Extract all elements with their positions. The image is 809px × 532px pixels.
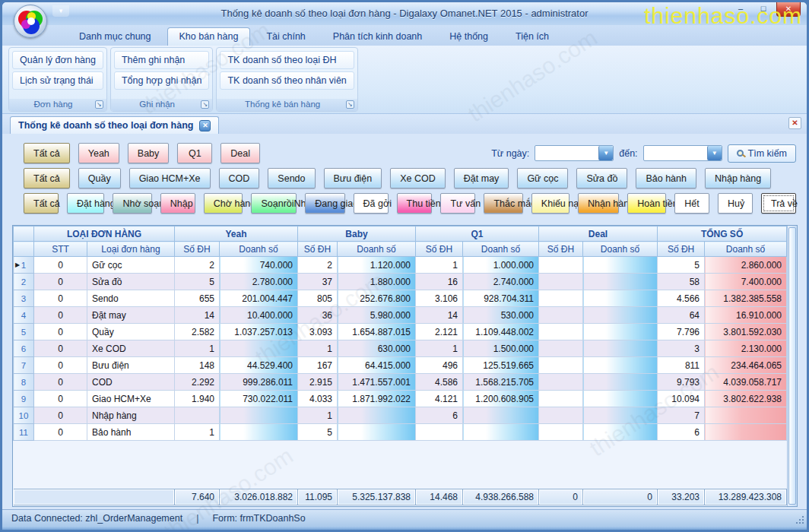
column-band-loai-don-hang[interactable]: LOẠI ĐƠN HÀNG [34,226,175,242]
cell-value[interactable] [175,407,220,424]
cell-value[interactable] [583,424,658,441]
cell-value[interactable]: 5 [298,424,338,441]
cell-stt[interactable]: 0 [34,290,87,307]
table-row[interactable]: 100Nhập hàng167 [14,407,787,424]
cell-value[interactable]: 64 [658,307,705,324]
cell-value[interactable]: 148 [175,357,220,374]
cell-value[interactable]: 36 [298,307,338,324]
cell-order-type[interactable]: Giao HCM+Xe [87,391,175,407]
to-date-combobox[interactable]: ▼ [643,145,722,161]
cell-stt[interactable]: 0 [34,274,87,290]
cell-value[interactable]: 14 [175,307,220,324]
cell-value[interactable]: 1 [175,424,220,441]
cell-value[interactable] [539,324,583,340]
filter-button-yeah[interactable]: Yeah [78,143,119,163]
to-date-input[interactable] [644,146,706,160]
cell-value[interactable] [583,290,658,307]
filter-button-sendo[interactable]: Sendo [268,168,315,188]
ribbon-tab-he-thong[interactable]: Hệ thống [438,28,500,46]
cell-value[interactable]: 1.120.000 [338,257,416,274]
cell-value[interactable]: 4.586 [416,374,463,391]
column-header-count[interactable]: Số ĐH [175,242,220,257]
cell-value[interactable] [583,257,658,274]
cell-value[interactable]: 1.500.000 [463,340,539,357]
table-row[interactable]: 90Giao HCM+Xe1.940730.022.0114.0331.871.… [14,391,787,407]
cell-value[interactable] [539,424,583,441]
dialog-launcher-icon[interactable]: ↘ [346,100,354,109]
cell-value[interactable]: 5 [175,274,220,290]
filter-button-het[interactable]: Hết [674,193,709,214]
cell-value[interactable]: 7.796 [658,324,705,340]
cell-value[interactable] [539,357,583,374]
cell-order-type[interactable]: Sendo [87,290,175,307]
ribbon-button-lich-su-trang-thai[interactable]: Lịch sử trạng thái [12,71,103,90]
chevron-down-icon[interactable]: ▼ [707,146,722,160]
cell-value[interactable]: 1 [175,340,220,357]
filter-button-tu-van[interactable]: Tư vấn [440,193,475,214]
ribbon-button-tk-doanh-so-theo-loai-dh[interactable]: TK doanh số theo loại ĐH [220,51,354,69]
filter-button-tra-ve[interactable]: Trả về [761,193,796,214]
ribbon-tab-danh-muc-chung[interactable]: Danh mục chung [68,28,163,46]
cell-value[interactable]: 496 [416,357,463,374]
cell-value[interactable] [539,307,583,324]
app-logo-icon[interactable] [14,5,47,38]
cell-value[interactable]: 811 [658,357,705,374]
cell-value[interactable]: 58 [658,274,705,290]
cell-stt[interactable]: 0 [34,357,87,374]
cell-value[interactable]: 655 [175,290,220,307]
cell-value[interactable]: 44.529.400 [220,357,298,374]
cell-value[interactable]: 4.039.058.717 [705,374,787,391]
cell-value[interactable] [220,407,298,424]
column-header-revenue[interactable]: Doanh số [220,242,298,257]
filter-button-nhan-hang[interactable]: Nhận hàng [578,193,619,214]
cell-value[interactable] [463,424,539,441]
column-header-revenue[interactable]: Doanh số [583,242,658,257]
ribbon-tab-tai-chinh[interactable]: Tài chính [255,28,316,46]
cell-value[interactable] [539,391,583,407]
row-header[interactable]: 6 [14,340,34,357]
cell-value[interactable] [539,290,583,307]
ribbon-tab-tien-ich[interactable]: Tiện ích [504,28,560,46]
cell-value[interactable] [583,407,658,424]
filter-button-deal[interactable]: Deal [220,143,260,163]
cell-value[interactable] [539,340,583,357]
column-header-revenue[interactable]: Doanh số [705,242,787,257]
cell-value[interactable]: 730.022.011 [220,391,298,407]
ribbon-button-tk-doanh-so-theo-nhan-vien[interactable]: TK doanh số theo nhân viên [220,71,354,90]
cell-value[interactable]: 928.704.311 [463,290,539,307]
filter-button-q1[interactable]: Q1 [177,143,212,163]
scrollbar-thumb[interactable] [788,227,796,505]
filter-button-dat-may[interactable]: Đặt may [454,168,509,188]
cell-value[interactable]: 1.200.608.905 [463,391,539,407]
cell-value[interactable]: 4.033 [298,391,338,407]
cell-value[interactable]: 2.292 [175,374,220,391]
cell-value[interactable]: 5.980.000 [338,307,416,324]
filter-button-da-goi[interactable]: Đã gởi [354,193,389,214]
dialog-launcher-icon[interactable]: ↘ [201,100,209,109]
cell-value[interactable] [539,257,583,274]
column-band-baby[interactable]: Baby [298,226,416,242]
filter-button-giao-hcm-xe[interactable]: Giao HCM+Xe [129,168,211,188]
quick-access-dropdown-icon[interactable]: ▾ [52,5,69,17]
cell-value[interactable]: 1.000.000 [463,257,539,274]
cell-value[interactable]: 2.582 [175,324,220,340]
row-header[interactable]: 8 [14,374,34,391]
filter-button-dang-giao[interactable]: Đang giao [305,193,344,214]
column-header-count[interactable]: Số ĐH [658,242,705,257]
filter-button-tat-ca[interactable]: Tất cả [24,193,59,214]
cell-value[interactable] [705,424,787,441]
cell-value[interactable]: 6 [416,407,463,424]
cell-value[interactable]: 9.793 [658,374,705,391]
cell-value[interactable]: 1.871.992.022 [338,391,416,407]
row-header[interactable]: 1▶ [14,257,34,274]
cell-value[interactable]: 64.415.000 [338,357,416,374]
cell-value[interactable]: 7.400.000 [705,274,787,290]
cell-value[interactable]: 3 [658,340,705,357]
filter-button-bao-hanh[interactable]: Bảo hành [636,168,696,188]
row-header[interactable]: 2 [14,274,34,290]
cell-order-type[interactable]: Bưu điện [87,357,175,374]
cell-value[interactable]: 1.880.000 [338,274,416,290]
cell-value[interactable]: 4.566 [658,290,705,307]
cell-value[interactable]: 4.121 [416,391,463,407]
ribbon-button-tong-hop-ghi-nhan[interactable]: Tổng hợp ghi nhận [114,71,210,90]
